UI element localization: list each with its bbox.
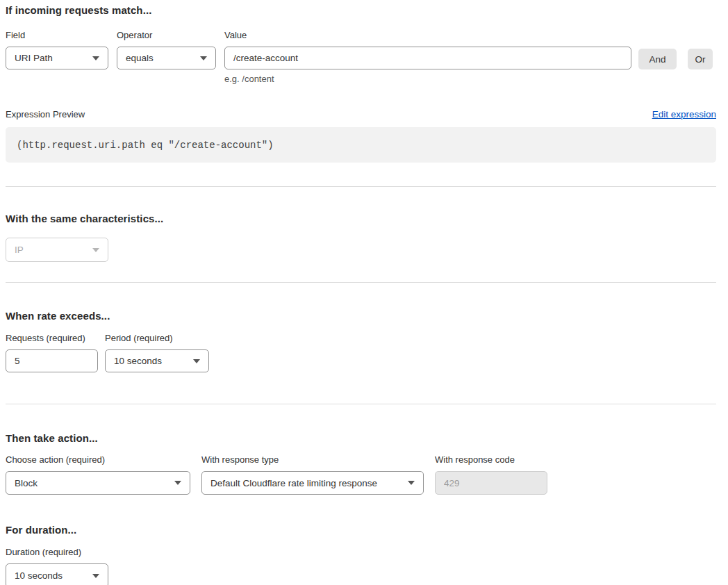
divider: [6, 186, 716, 187]
action-dropdown-value: Block: [15, 478, 38, 488]
and-button[interactable]: And: [638, 49, 677, 69]
characteristics-section: With the same characteristics... IP: [6, 213, 716, 262]
period-dropdown-value: 10 seconds: [114, 356, 162, 366]
response-type-label: With response type: [201, 454, 424, 465]
divider: [6, 404, 716, 404]
requests-label: Requests (required): [6, 333, 98, 343]
operator-dropdown-value: equals: [126, 53, 154, 63]
value-hint: e.g. /content: [224, 74, 631, 84]
characteristic-dropdown: IP: [6, 238, 108, 262]
response-code-input: [435, 471, 547, 495]
chevron-down-icon: [174, 481, 181, 485]
rate-section: When rate exceeds... Requests (required)…: [6, 310, 716, 372]
duration-dropdown-value: 10 seconds: [15, 570, 63, 581]
response-type-dropdown-value: Default Cloudflare rate limiting respons…: [210, 478, 377, 488]
field-dropdown-value: URI Path: [15, 53, 53, 63]
period-dropdown[interactable]: 10 seconds: [105, 349, 209, 372]
duration-dropdown[interactable]: 10 seconds: [6, 563, 108, 585]
response-type-dropdown[interactable]: Default Cloudflare rate limiting respons…: [201, 471, 424, 495]
or-button[interactable]: Or: [688, 49, 713, 69]
period-label: Period (required): [105, 333, 209, 343]
chevron-down-icon: [92, 56, 99, 60]
duration-heading: For duration...: [6, 524, 716, 536]
match-section: If incoming requests match... Field URI …: [6, 4, 716, 163]
operator-label: Operator: [117, 30, 216, 40]
action-heading: Then take action...: [6, 432, 716, 444]
chevron-down-icon: [200, 56, 207, 60]
action-section: Then take action... Choose action (requi…: [6, 432, 716, 495]
expression-preview-label: Expression Preview: [6, 109, 85, 120]
expression-text: (http.request.uri.path eq "/create-accou…: [17, 140, 274, 151]
expression-preview-box: (http.request.uri.path eq "/create-accou…: [6, 127, 716, 163]
duration-section: For duration... Duration (required) 10 s…: [6, 524, 716, 585]
field-label: Field: [6, 30, 108, 40]
edit-expression-link[interactable]: Edit expression: [652, 109, 716, 120]
value-input[interactable]: [224, 47, 631, 69]
characteristic-dropdown-value: IP: [15, 245, 24, 255]
duration-label: Duration (required): [6, 547, 716, 557]
divider: [6, 282, 716, 283]
response-code-label: With response code: [435, 454, 547, 465]
chevron-down-icon: [92, 574, 99, 578]
choose-action-label: Choose action (required): [6, 454, 190, 465]
field-dropdown[interactable]: URI Path: [6, 47, 108, 69]
chevron-down-icon: [92, 248, 99, 252]
chevron-down-icon: [408, 481, 415, 485]
requests-input[interactable]: [6, 349, 98, 372]
characteristics-heading: With the same characteristics...: [6, 213, 716, 224]
chevron-down-icon: [193, 359, 200, 363]
match-section-heading: If incoming requests match...: [6, 4, 716, 16]
value-label: Value: [224, 30, 631, 40]
operator-dropdown[interactable]: equals: [117, 47, 216, 69]
action-dropdown[interactable]: Block: [6, 471, 190, 495]
rate-heading: When rate exceeds...: [6, 310, 716, 322]
